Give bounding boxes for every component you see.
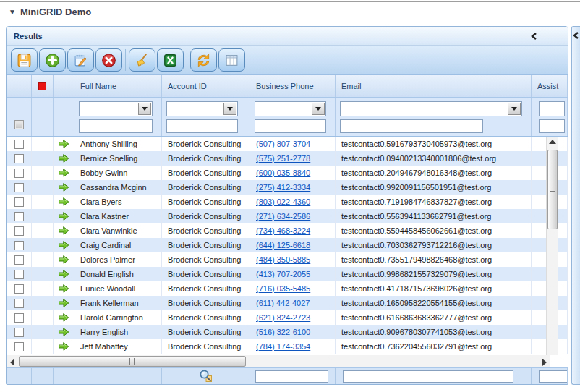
green-go-arrow-icon[interactable] [58, 298, 69, 308]
green-go-arrow-icon[interactable] [58, 211, 69, 221]
column-settings-button[interactable] [218, 48, 245, 72]
chevron-down-icon[interactable] [223, 103, 236, 115]
row-checkbox[interactable] [14, 284, 24, 294]
table-row[interactable]: Donald English Broderick Consulting (413… [7, 267, 568, 281]
business-phone-link[interactable]: (271) 634-2586 [256, 212, 310, 221]
column-header-email[interactable]: Email [336, 75, 532, 97]
row-checkbox[interactable] [14, 154, 24, 163]
select-all-checkbox[interactable] [14, 120, 24, 129]
row-checkbox[interactable] [14, 212, 24, 221]
green-go-arrow-icon[interactable] [58, 153, 69, 163]
footer-assist-input[interactable] [539, 370, 568, 383]
green-go-arrow-icon[interactable] [58, 255, 69, 265]
business-phone-link[interactable]: (413) 707-2055 [256, 270, 310, 278]
scroll-left-arrow-icon[interactable] [10, 359, 14, 366]
row-checkbox[interactable] [14, 342, 24, 351]
row-checkbox[interactable] [14, 255, 24, 265]
green-go-arrow-icon[interactable] [58, 327, 69, 337]
business-phone-link[interactable]: (644) 125-6618 [256, 241, 310, 250]
vertical-scrollbar-thumb[interactable] [547, 150, 558, 229]
table-row[interactable]: Jeff Mahaffey Broderick Consulting (784)… [7, 339, 568, 354]
row-checkbox[interactable] [14, 270, 24, 279]
table-row[interactable]: Dolores Palmer Broderick Consulting (484… [7, 252, 568, 267]
business-phone-link[interactable]: (611) 442-4027 [256, 299, 310, 307]
green-go-arrow-icon[interactable] [58, 197, 69, 207]
table-row[interactable]: Harold Carrington Broderick Consulting (… [7, 310, 568, 325]
table-row[interactable]: Frank Kellerman Broderick Consulting (61… [7, 296, 568, 310]
chevron-down-icon[interactable] [508, 103, 521, 115]
save-button[interactable] [11, 48, 38, 72]
row-checkbox[interactable] [14, 140, 24, 149]
chevron-down-icon[interactable] [312, 103, 325, 115]
green-go-arrow-icon[interactable] [58, 341, 69, 351]
expand-triangle-icon[interactable]: ▼ [9, 8, 16, 16]
green-go-arrow-icon[interactable] [58, 269, 69, 279]
account-id-filter-input[interactable] [166, 119, 238, 133]
email-filter-input[interactable] [340, 119, 483, 133]
table-row[interactable]: Clara Vanwinkle Broderick Consulting (73… [7, 223, 568, 238]
row-checkbox[interactable] [14, 226, 24, 236]
business-phone-link[interactable]: (716) 035-5485 [256, 284, 310, 293]
column-header-business-phone[interactable]: Business Phone [250, 75, 336, 97]
business-phone-link[interactable]: (803) 022-4360 [256, 197, 310, 206]
full-name-filter-select[interactable] [79, 101, 153, 116]
scroll-right-arrow-icon[interactable] [542, 359, 547, 366]
table-row[interactable]: Clara Kastner Broderick Consulting (271)… [7, 209, 568, 223]
chevron-down-icon[interactable] [138, 103, 151, 115]
green-go-arrow-icon[interactable] [58, 312, 69, 323]
export-excel-button[interactable] [157, 48, 184, 72]
side-panel-collapse-icon[interactable] [572, 31, 580, 40]
footer-business-phone-input[interactable] [255, 370, 328, 383]
row-checkbox[interactable] [14, 197, 24, 207]
table-row[interactable]: Eunice Woodall Broderick Consulting (716… [7, 281, 568, 296]
footer-email-input[interactable] [343, 370, 513, 383]
horizontal-scrollbar[interactable] [7, 355, 550, 367]
business-phone-link[interactable]: (734) 468-3224 [256, 226, 310, 235]
horizontal-scrollbar-thumb[interactable] [19, 356, 246, 367]
collapsed-side-panel[interactable] [571, 26, 580, 385]
row-checkbox[interactable] [14, 299, 24, 308]
delete-record-button[interactable] [95, 48, 122, 72]
table-row[interactable]: Anthony Shilling Broderick Consulting (5… [7, 137, 568, 151]
scroll-up-arrow-icon[interactable] [549, 140, 556, 144]
green-go-arrow-icon[interactable] [58, 226, 69, 236]
assist-filter-input[interactable] [539, 119, 565, 133]
table-row[interactable]: Harry English Broderick Consulting (516)… [7, 325, 568, 339]
business-phone-link[interactable]: (575) 251-2778 [256, 154, 310, 163]
green-go-arrow-icon[interactable] [58, 168, 69, 178]
green-go-arrow-icon[interactable] [58, 284, 69, 294]
column-header-assist[interactable]: Assist [532, 75, 568, 97]
table-row[interactable]: Cassandra Mcginn Broderick Consulting (2… [7, 180, 568, 195]
business-phone-link[interactable]: (507) 807-3704 [256, 140, 310, 148]
table-row[interactable]: Bobby Gwinn Broderick Consulting (600) 0… [7, 166, 568, 180]
email-filter-select[interactable] [340, 101, 522, 116]
row-checkbox[interactable] [14, 169, 24, 178]
column-header-account-id[interactable]: Account ID [162, 75, 250, 97]
row-checkbox[interactable] [14, 313, 24, 323]
row-checkbox[interactable] [14, 183, 24, 192]
magnifier-search-button[interactable] [199, 369, 213, 383]
row-checkbox[interactable] [14, 241, 24, 250]
business-phone-link[interactable]: (600) 035-8840 [256, 169, 310, 177]
green-go-arrow-icon[interactable] [58, 240, 69, 250]
clear-filters-button[interactable] [129, 48, 155, 72]
business-phone-link[interactable]: (784) 174-3354 [256, 342, 310, 351]
full-name-filter-input[interactable] [79, 119, 153, 133]
refresh-button[interactable] [190, 48, 217, 72]
table-row[interactable]: Bernice Snelling Broderick Consulting (5… [7, 151, 568, 166]
table-row[interactable]: Craig Cardinal Broderick Consulting (644… [7, 238, 568, 252]
business-phone-filter-input[interactable] [255, 119, 326, 133]
business-phone-link[interactable]: (621) 824-2723 [256, 313, 310, 322]
green-go-arrow-icon[interactable] [58, 182, 69, 192]
assist-filter-select[interactable] [539, 101, 565, 116]
column-header-full-name[interactable]: Full Name [74, 75, 162, 97]
account-id-filter-select[interactable] [166, 101, 238, 116]
business-phone-link[interactable]: (275) 412-3334 [256, 183, 310, 192]
business-phone-filter-select[interactable] [255, 101, 326, 116]
edit-record-button[interactable] [67, 48, 94, 72]
add-record-button[interactable] [39, 48, 66, 72]
business-phone-link[interactable]: (516) 322-6100 [256, 328, 310, 336]
row-checkbox[interactable] [14, 328, 24, 337]
panel-collapse-icon[interactable] [530, 32, 539, 41]
business-phone-link[interactable]: (484) 350-5885 [256, 255, 310, 264]
